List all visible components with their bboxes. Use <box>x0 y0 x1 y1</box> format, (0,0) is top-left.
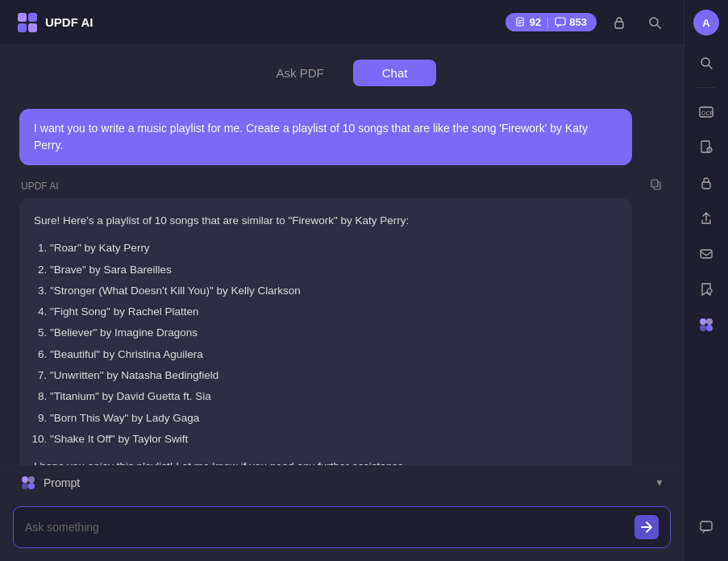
ai-icon <box>697 316 715 334</box>
header-right: 92 853 <box>505 10 668 35</box>
svg-rect-8 <box>555 18 565 25</box>
list-item: "Roar" by Katy Perry <box>50 239 618 258</box>
avatar: A <box>693 10 719 35</box>
list-item: "Believer" by Imagine Dragons <box>50 323 618 343</box>
updf-logo-icon <box>16 11 39 34</box>
mail-icon <box>699 247 713 261</box>
svg-point-10 <box>650 18 658 26</box>
sidebar-search-button[interactable] <box>692 48 721 77</box>
share-icon <box>699 211 713 226</box>
svg-rect-25 <box>702 182 710 189</box>
svg-line-19 <box>709 65 712 69</box>
chat-count: 853 <box>569 16 587 28</box>
ai-intro: Sure! Here's a playlist of 10 songs that… <box>34 211 618 231</box>
list-item: "Fight Song" by Rachel Platten <box>50 302 618 322</box>
copy-icon <box>650 178 663 191</box>
lock-header-button[interactable] <box>606 10 632 35</box>
svg-rect-3 <box>28 23 37 32</box>
tab-ask-pdf[interactable]: Ask PDF <box>248 60 353 86</box>
sidebar-share-button[interactable] <box>692 204 721 233</box>
svg-rect-9 <box>615 22 623 28</box>
sidebar-chat-icon <box>699 520 713 534</box>
lock-icon <box>612 15 626 30</box>
ai-label: UPDF AI <box>21 181 59 192</box>
sidebar-bookmark-button[interactable] <box>692 275 721 304</box>
svg-text:OCR: OCR <box>701 110 714 116</box>
send-icon <box>641 522 652 533</box>
svg-point-30 <box>706 318 713 325</box>
svg-rect-26 <box>701 250 712 258</box>
logo-area: UPDF AI <box>16 11 93 34</box>
pdf-badge: 92 <box>515 16 541 28</box>
sidebar-lock-button[interactable] <box>692 168 721 197</box>
svg-point-17 <box>22 483 28 489</box>
svg-rect-13 <box>651 180 658 187</box>
input-area <box>0 500 684 561</box>
sidebar-chat-button[interactable] <box>692 513 721 542</box>
ai-message: Sure! Here's a playlist of 10 songs that… <box>19 198 632 465</box>
send-button[interactable] <box>634 515 659 539</box>
svg-rect-2 <box>18 23 27 32</box>
logo-text: UPDF AI <box>45 15 93 29</box>
user-message: I want you to write a music playlist for… <box>19 109 632 165</box>
pdf-icon <box>515 17 526 28</box>
chat-badge-icon <box>555 17 566 28</box>
list-item: "Born This Way" by Lady Gaga <box>50 409 618 428</box>
sidebar-search-icon <box>699 56 713 70</box>
chat-input[interactable] <box>25 521 626 534</box>
document-icon <box>699 140 713 155</box>
list-item: "Unwritten" by Natasha Bedingfield <box>50 366 618 385</box>
svg-rect-1 <box>28 13 37 22</box>
prompt-icon <box>19 474 37 492</box>
sidebar-mail-button[interactable] <box>692 239 721 268</box>
svg-point-31 <box>700 325 706 331</box>
right-sidebar: A OCR <box>684 0 728 561</box>
chat-area: I want you to write a music playlist for… <box>0 96 684 465</box>
list-item: "Titanium" by David Guetta ft. Sia <box>50 387 618 406</box>
prompt-label: Prompt <box>44 476 80 489</box>
ai-outro: I hope you enjoy this playlist! Let me k… <box>34 457 618 465</box>
pdf-count: 92 <box>530 16 541 28</box>
svg-point-29 <box>706 325 713 331</box>
svg-point-15 <box>28 483 35 489</box>
svg-line-11 <box>657 25 660 28</box>
sidebar-document-button[interactable] <box>692 133 721 162</box>
ai-label-row: UPDF AI <box>19 178 664 193</box>
svg-point-16 <box>28 476 35 483</box>
svg-rect-0 <box>18 13 27 22</box>
header: UPDF AI 92 <box>0 0 684 45</box>
svg-point-27 <box>707 289 712 293</box>
search-header-button[interactable] <box>642 10 668 35</box>
sidebar-lock-icon <box>699 176 713 190</box>
tabs-area: Ask PDF Chat <box>0 45 684 96</box>
bookmark-icon <box>699 282 713 297</box>
badge-group[interactable]: 92 853 <box>505 13 597 31</box>
search-icon <box>647 15 662 30</box>
list-item: "Shake It Off" by Taylor Swift <box>50 430 618 449</box>
sidebar-ai-button[interactable] <box>692 310 721 339</box>
sidebar-ocr-button[interactable]: OCR <box>692 98 721 127</box>
svg-point-28 <box>700 318 706 325</box>
list-item: "Beautiful" by Christina Aguilera <box>50 345 618 364</box>
svg-rect-32 <box>701 522 712 530</box>
input-wrapper <box>13 506 671 548</box>
tab-chat[interactable]: Chat <box>353 60 437 86</box>
ocr-icon: OCR <box>698 104 714 120</box>
badge-divider <box>547 17 548 28</box>
svg-point-18 <box>701 58 709 66</box>
list-item: "Brave" by Sara Bareilles <box>50 260 618 280</box>
svg-point-14 <box>22 476 28 483</box>
ai-song-list: "Roar" by Katy Perry "Brave" by Sara Bar… <box>34 239 618 449</box>
sidebar-divider-1 <box>697 87 716 88</box>
prompt-bar[interactable]: Prompt ▼ <box>0 465 684 500</box>
ai-message-container: UPDF AI Sure! Here's a playlist of 10 so… <box>19 178 664 465</box>
main-panel: UPDF AI 92 <box>0 0 684 561</box>
prompt-chevron-icon[interactable]: ▼ <box>655 477 664 488</box>
chat-badge: 853 <box>555 16 587 28</box>
prompt-left: Prompt <box>19 474 80 492</box>
copy-button[interactable] <box>650 178 663 193</box>
list-item: "Stronger (What Doesn't Kill You)" by Ke… <box>50 281 618 301</box>
